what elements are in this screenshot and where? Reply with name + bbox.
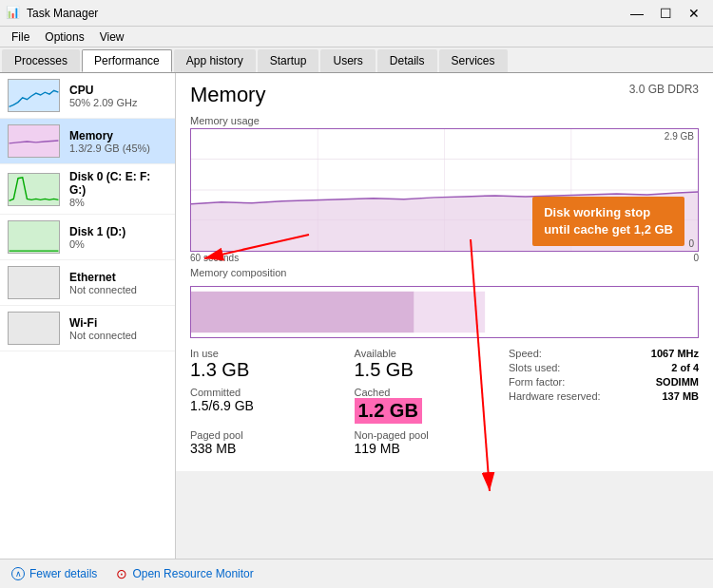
disk1-mini-graph (8, 220, 60, 254)
paged-label: Paged pool (190, 429, 336, 441)
sidebar-item-cpu[interactable]: CPU 50% 2.09 GHz (0, 73, 175, 119)
tab-details[interactable]: Details (377, 49, 437, 72)
memory-usage-label: Memory usage (190, 115, 699, 126)
paged-value: 338 MB (190, 441, 336, 456)
wifi-info: Wi-Fi Not connected (69, 316, 137, 341)
speed-value: 1067 MHz (651, 348, 699, 359)
bottom-bar: ∧ Fewer details ⊙ Open Resource Monitor (0, 559, 713, 587)
memory-comp-label: Memory composition (190, 267, 699, 278)
formfactor-label: Form factor: (509, 376, 565, 388)
chart-time-right: 0 (693, 253, 699, 263)
slots-label: Slots used: (509, 362, 560, 373)
wifi-name: Wi-Fi (69, 316, 137, 330)
speed-label: Speed: (509, 348, 542, 359)
cpu-mini-graph (8, 79, 60, 112)
memory-mini-graph (8, 124, 60, 158)
cached-value: 1.2 GB (355, 398, 422, 424)
stat-inuse: In use 1.3 GB (190, 348, 336, 381)
available-label: Available (355, 348, 500, 359)
nonpaged-label: Non-paged pool (355, 429, 500, 441)
detail-panel: Memory 3.0 GB DDR3 Memory usage (176, 73, 713, 471)
formfactor-value: SODIMM (656, 376, 699, 388)
disk1-info: Disk 1 (D:) 0% (69, 225, 125, 250)
chart-time-left: 60 seconds (190, 253, 239, 263)
tab-processes[interactable]: Processes (2, 49, 80, 72)
ethernet-name: Ethernet (69, 271, 137, 284)
hwreserved-row: Hardware reserved: 137 MB (509, 390, 699, 402)
detail-header: Memory 3.0 GB DDR3 (190, 83, 699, 107)
svg-marker-6 (191, 192, 698, 251)
sidebar-item-disk1[interactable]: Disk 1 (D:) 0% (0, 215, 175, 260)
right-stats: Speed: 1067 MHz Slots used: 2 of 4 Form … (509, 348, 699, 462)
disk0-mini-graph (8, 173, 60, 206)
fewer-details-label: Fewer details (29, 567, 97, 580)
nonpaged-value: 119 MB (355, 441, 500, 456)
disk1-detail: 0% (69, 238, 125, 250)
cached-label: Cached (355, 387, 500, 398)
tab-bar: Processes Performance App history Startu… (0, 47, 713, 73)
sidebar-item-wifi[interactable]: Wi-Fi Not connected (0, 306, 175, 351)
resource-monitor-icon: ⊙ (116, 566, 127, 581)
disk0-name: Disk 0 (C: E: F: G:) (69, 170, 167, 197)
hwreserved-label: Hardware reserved: (509, 390, 601, 402)
stat-cached: Cached 1.2 GB (355, 387, 500, 424)
ethernet-mini-graph (8, 266, 60, 299)
menu-options[interactable]: Options (37, 28, 91, 46)
detail-title: Memory (190, 83, 265, 107)
fewer-details-button[interactable]: ∧ Fewer details (11, 567, 97, 580)
sidebar: CPU 50% 2.09 GHz Memory 1.3/2.9 GB (45%) (0, 73, 176, 559)
slots-value: 2 of 4 (671, 362, 699, 373)
tab-performance[interactable]: Performance (82, 49, 172, 72)
tab-services[interactable]: Services (439, 49, 508, 72)
formfactor-row: Form factor: SODIMM (509, 376, 699, 388)
tab-apphistory[interactable]: App history (174, 49, 256, 72)
detail-wrapper: Memory 3.0 GB DDR3 Memory usage (176, 73, 713, 559)
inuse-label: In use (190, 348, 336, 359)
stat-paged: Paged pool 338 MB (190, 429, 336, 456)
disk0-info: Disk 0 (C: E: F: G:) 8% (69, 170, 167, 208)
inuse-value: 1.3 GB (190, 359, 336, 381)
wifi-mini-graph (8, 312, 60, 345)
chevron-up-icon: ∧ (11, 567, 25, 580)
ethernet-info: Ethernet Not connected (69, 271, 137, 295)
slots-row: Slots used: 2 of 4 (509, 362, 699, 373)
open-resource-monitor-button[interactable]: ⊙ Open Resource Monitor (116, 566, 253, 581)
close-button[interactable]: ✕ (681, 4, 707, 23)
cpu-info: CPU 50% 2.09 GHz (69, 84, 138, 108)
committed-value: 1.5/6.9 GB (190, 398, 336, 413)
tab-startup[interactable]: Startup (258, 49, 319, 72)
committed-label: Committed (190, 387, 336, 398)
cpu-detail: 50% 2.09 GHz (69, 97, 138, 108)
sidebar-item-disk0[interactable]: Disk 0 (C: E: F: G:) 8% (0, 164, 175, 215)
memory-comp-chart (190, 286, 699, 338)
svg-rect-7 (191, 292, 414, 332)
menu-view[interactable]: View (92, 28, 132, 46)
open-monitor-label: Open Resource Monitor (132, 567, 253, 580)
chart-zero-label: 0 (688, 238, 694, 249)
memory-comp-section: Memory composition (190, 267, 699, 338)
maximize-button[interactable]: ☐ (652, 4, 679, 23)
stat-available: Available 1.5 GB (355, 348, 500, 381)
title-bar: 📊 Task Manager — ☐ ✕ (0, 0, 713, 27)
menu-bar: File Options View (0, 27, 713, 47)
svg-rect-8 (414, 292, 486, 332)
memory-name: Memory (69, 129, 150, 142)
tab-users[interactable]: Users (320, 49, 375, 72)
wifi-detail: Not connected (69, 330, 137, 341)
memory-usage-section: Memory usage (190, 115, 699, 263)
menu-file[interactable]: File (4, 28, 37, 46)
disk0-detail: 8% (69, 197, 167, 208)
chart-time-labels: 60 seconds 0 (190, 253, 699, 263)
minimize-button[interactable]: — (624, 4, 650, 23)
memory-usage-chart: 2.9 GB 0 (190, 128, 699, 252)
stat-nonpaged: Non-paged pool 119 MB (355, 429, 500, 456)
app-icon: 📊 (6, 6, 21, 21)
sidebar-item-memory[interactable]: Memory 1.3/2.9 GB (45%) (0, 119, 175, 164)
disk1-name: Disk 1 (D:) (69, 225, 125, 238)
title-bar-controls: — ☐ ✕ (624, 4, 707, 23)
svg-rect-9 (485, 292, 698, 332)
available-value: 1.5 GB (355, 359, 500, 381)
memory-info: Memory 1.3/2.9 GB (45%) (69, 129, 150, 154)
memory-detail: 1.3/2.9 GB (45%) (69, 142, 150, 154)
sidebar-item-ethernet[interactable]: Ethernet Not connected (0, 260, 175, 306)
